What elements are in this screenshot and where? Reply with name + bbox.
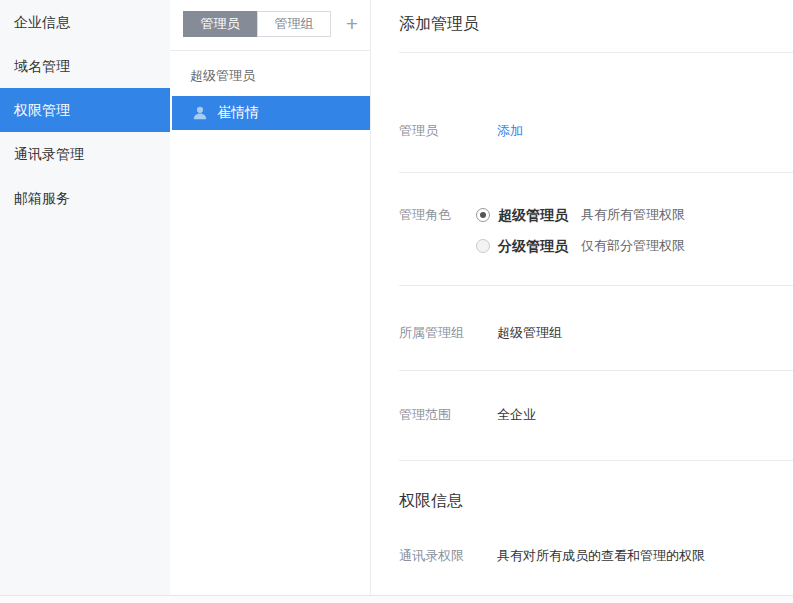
sidebar-item-company-info[interactable]: 企业信息 [0,0,170,44]
radio-checked-icon[interactable] [476,208,490,222]
sidebar-nav: 企业信息 域名管理 权限管理 通讯录管理 邮箱服务 [0,0,170,595]
permission-info-section-title: 权限信息 [371,461,793,513]
admin-member-name: 崔情情 [217,104,259,122]
radio-option-label: 超级管理员 [498,205,568,225]
radio-option-super-admin[interactable]: 超级管理员 具有所有管理权限 [476,205,685,225]
admin-detail-panel: 添加管理员 管理员 添加 管理角色 超级管理员 具有所有管理权限 分级管理员 仅… [371,0,793,595]
sidebar-item-contacts-management[interactable]: 通讯录管理 [0,132,170,176]
role-radio-group: 超级管理员 具有所有管理权限 分级管理员 仅有部分管理权限 [476,205,685,256]
form-row-admin: 管理员 添加 [371,53,793,172]
form-row-scope: 管理范围 全企业 [371,371,793,460]
radio-option-sub-admin[interactable]: 分级管理员 仅有部分管理权限 [476,236,685,256]
form-row-role: 管理角色 超级管理员 具有所有管理权限 分级管理员 仅有部分管理权限 [371,173,793,285]
radio-option-label: 分级管理员 [498,236,568,256]
admin-list-item-selected[interactable]: 崔情情 [172,96,370,130]
group-row-value: 超级管理组 [497,323,562,343]
contacts-row-label: 通讯录权限 [399,546,497,566]
contacts-row-value: 具有对所有成员的查看和管理的权限 [497,546,705,566]
add-admin-plus-button[interactable]: + [341,11,363,37]
form-row-contacts-permission: 通讯录权限 具有对所有成员的查看和管理的权限 [371,513,793,566]
tab-administrators[interactable]: 管理员 [183,11,257,37]
radio-option-hint: 仅有部分管理权限 [581,236,685,256]
admin-row-label: 管理员 [399,121,497,141]
scope-row-label: 管理范围 [399,405,497,425]
admin-list-panel: 管理员 管理组 + 超级管理员 崔情情 [170,0,371,595]
scope-row-value: 全企业 [497,405,536,425]
form-row-admin-group: 所属管理组 超级管理组 [371,286,793,370]
sidebar-item-mailbox-service[interactable]: 邮箱服务 [0,176,170,220]
sidebar-item-permission-management[interactable]: 权限管理 [0,88,170,132]
add-admin-link[interactable]: 添加 [497,121,523,141]
radio-unchecked-icon[interactable] [476,239,490,253]
person-icon [192,105,208,121]
sidebar-item-domain-management[interactable]: 域名管理 [0,44,170,88]
page-title: 添加管理员 [371,0,793,52]
tab-admin-groups[interactable]: 管理组 [257,11,331,37]
bottom-divider-strip [0,595,793,603]
admin-group-header: 超级管理员 [170,66,370,86]
radio-option-hint: 具有所有管理权限 [581,205,685,225]
admin-tabs-bar: 管理员 管理组 + [170,0,370,51]
group-row-label: 所属管理组 [399,323,497,343]
